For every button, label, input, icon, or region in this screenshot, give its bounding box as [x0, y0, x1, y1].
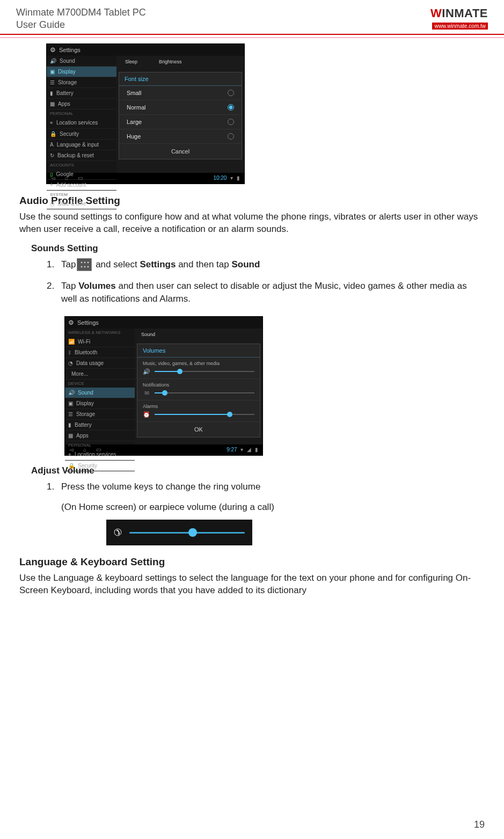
divider-pink	[0, 37, 504, 38]
page-content: ⚙ Settings 🔊Sound ▣Display ☰Storage ▮Bat…	[16, 43, 488, 597]
logo-text: WINMATE	[430, 6, 488, 20]
adjust-steps: Press the volume keys to change the ring…	[57, 480, 485, 546]
wifi-icon: ▾	[240, 447, 243, 453]
main-label-sleep: Sleep	[125, 59, 137, 64]
sidebar-item-wifi[interactable]: 📶Wi-Fi	[65, 337, 135, 347]
apps-grid-icon	[77, 258, 92, 271]
heading-sounds-setting: Sounds Setting	[31, 243, 485, 254]
dialog-title: Font size	[119, 72, 242, 86]
sidebar-item-add-account[interactable]: +Add account	[47, 180, 116, 191]
screenshot-volumes: ⚙ Settings WIRELESS & NETWORKS 📶Wi-Fi ᛒB…	[64, 316, 263, 456]
ss2-title: Settings	[77, 319, 99, 326]
winmate-logo: WINMATE www.winmate.com.tw	[430, 6, 488, 30]
sidebar-item-display[interactable]: ▣Display	[65, 398, 135, 409]
battery-icon: ▮	[255, 447, 258, 453]
sidebar-cat-system: SYSTEM	[47, 191, 116, 199]
product-name: Winmate M700DM4 Tablet PC	[16, 6, 146, 19]
home-icon[interactable]: ⌂	[65, 175, 68, 181]
clock: 10:20	[213, 175, 227, 181]
back-icon[interactable]: ◅	[69, 447, 74, 453]
font-opt-huge[interactable]: Huge	[119, 129, 242, 144]
ss1-title: Settings	[59, 47, 81, 53]
back-icon[interactable]: ◅	[51, 175, 55, 181]
home-icon[interactable]: ⌂	[83, 447, 86, 453]
header-left: Winmate M700DM4 Tablet PC User Guide	[16, 6, 146, 32]
sidebar-item-more[interactable]: More...	[65, 369, 135, 380]
font-opt-normal[interactable]: Normal	[119, 100, 242, 115]
dialog-title: Volumes	[137, 344, 260, 358]
font-size-dialog: Font size Small Normal Large Huge Cancel	[119, 72, 242, 159]
sidebar-item-bluetooth[interactable]: ᛒBluetooth	[65, 347, 135, 358]
adjust-step-1: Press the volume keys to change the ring…	[57, 480, 485, 546]
sidebar-cat-accounts: ACCOUNTS	[47, 161, 116, 169]
volume-thumb	[188, 528, 197, 537]
sidebar-item-sound[interactable]: 🔊Sound	[47, 56, 116, 67]
vol-row-media: Music, video, games, & other media 🔊	[137, 358, 260, 379]
sounds-step-1: Tap and select Settings and then tap Sou…	[57, 258, 485, 272]
ss2-titlebar: ⚙ Settings	[65, 317, 262, 329]
sidebar-item-backup[interactable]: ↻Backup & reset	[47, 150, 116, 161]
notification-icon: ✉	[143, 390, 150, 397]
cancel-button[interactable]: Cancel	[119, 144, 242, 159]
alarm-slider[interactable]	[155, 414, 254, 415]
recent-icon[interactable]: ▭	[96, 447, 101, 453]
vol-row-alarms: Alarms ⏰	[137, 400, 260, 422]
language-keyboard-body: Use the Language & keyboard settings to …	[19, 572, 485, 597]
radio-icon	[228, 90, 234, 96]
page-number: 19	[474, 819, 485, 830]
speaker-icon: 🔊	[143, 368, 150, 375]
ss1-main: Sleep Brightness Font size Small Normal …	[116, 56, 244, 173]
media-slider[interactable]	[155, 371, 254, 372]
ss1-titlebar: ⚙ Settings	[47, 44, 244, 56]
phone-icon: ✆	[114, 526, 122, 539]
sidebar-item-battery[interactable]: ▮Battery	[65, 420, 135, 431]
vol-row-notifications: Notifications ✉	[137, 379, 260, 400]
sidebar-cat-device: DEVICE	[65, 380, 135, 388]
clock: 9:27	[227, 447, 237, 453]
radio-icon	[228, 119, 234, 125]
sounds-step-2: Tap Volumes and then user can select to …	[57, 280, 485, 305]
volume-track[interactable]	[129, 532, 245, 534]
ss2-main-header: Sound	[135, 329, 262, 340]
screenshot-font-size: ⚙ Settings 🔊Sound ▣Display ☰Storage ▮Bat…	[46, 43, 245, 184]
volume-bar-image: ✆	[106, 520, 252, 545]
settings-icon: ⚙	[50, 46, 56, 54]
battery-icon: ▮	[237, 175, 240, 181]
radio-icon	[228, 104, 234, 111]
sidebar-item-language[interactable]: ALanguage & input	[47, 140, 116, 150]
divider-red	[0, 34, 504, 35]
settings-icon: ⚙	[68, 319, 74, 326]
sidebar-item-apps[interactable]: ▦Apps	[65, 431, 135, 441]
audio-profile-body: Use the sound settings to configure how …	[19, 211, 485, 236]
sidebar-item-battery[interactable]: ▮Battery	[47, 88, 116, 99]
main-label-brightness: Brightness	[159, 59, 182, 64]
notif-slider[interactable]	[155, 392, 254, 393]
sidebar-item-storage[interactable]: ☰Storage	[65, 409, 135, 420]
sidebar-cat-wireless: WIRELESS & NETWORKS	[65, 329, 135, 337]
adjust-sub: (On Home screen) or earpiece volume (dur…	[61, 501, 485, 514]
ss2-main: Sound ✓ ✓ Volumes Music, video, games, &…	[135, 329, 262, 444]
ss2-sidebar: WIRELESS & NETWORKS 📶Wi-Fi ᛒBluetooth ◔D…	[65, 329, 135, 444]
signal-icon: ◢	[247, 447, 251, 453]
recent-icon[interactable]: ▭	[78, 175, 83, 181]
sidebar-item-data-usage[interactable]: ◔Data usage	[65, 358, 135, 369]
font-opt-small[interactable]: Small	[119, 86, 242, 100]
ok-button[interactable]: OK	[137, 422, 260, 437]
sidebar-item-apps[interactable]: ▦Apps	[47, 99, 116, 110]
radio-icon	[228, 133, 234, 140]
sounds-steps: Tap and select Settings and then tap Sou…	[57, 258, 485, 305]
volumes-dialog: Volumes Music, video, games, & other med…	[137, 344, 260, 437]
wifi-icon: ▾	[230, 175, 233, 181]
font-opt-large[interactable]: Large	[119, 115, 242, 129]
sidebar-item-location[interactable]: ⌖Location services	[47, 118, 116, 129]
sidebar-item-sound[interactable]: 🔊Sound	[65, 388, 135, 398]
sidebar-item-datetime[interactable]: ◷Date & time	[47, 199, 116, 209]
sidebar-item-storage[interactable]: ☰Storage	[47, 77, 116, 88]
sidebar-item-display[interactable]: ▣Display	[47, 67, 116, 77]
sidebar-item-security2[interactable]: 🔒Security	[65, 461, 135, 471]
heading-language-keyboard: Language & Keyboard Setting	[19, 556, 485, 568]
doc-type: User Guide	[16, 19, 146, 31]
sidebar-item-security[interactable]: 🔒Security	[47, 129, 116, 140]
logo-url: www.winmate.com.tw	[432, 23, 488, 30]
alarm-icon: ⏰	[143, 411, 150, 418]
